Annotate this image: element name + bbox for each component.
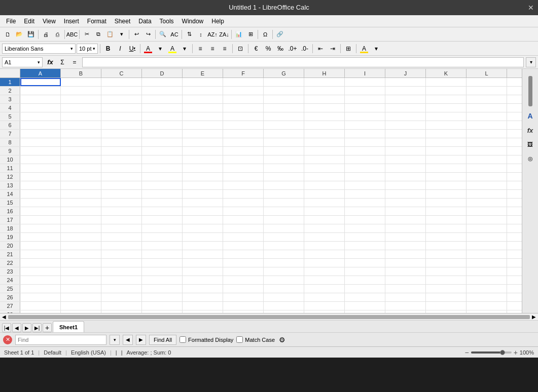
cell-K21[interactable]: [426, 250, 467, 258]
indent-increase[interactable]: ⇥: [327, 43, 338, 54]
cell-J6[interactable]: [385, 121, 426, 129]
find-replace[interactable]: 🔍: [157, 29, 168, 40]
cell-L19[interactable]: [467, 233, 507, 241]
cell-H5[interactable]: [304, 112, 345, 121]
cell-D10[interactable]: [142, 155, 183, 164]
col-header-F[interactable]: F: [223, 69, 264, 77]
cell-A24[interactable]: [20, 276, 61, 284]
cell-F7[interactable]: [223, 130, 264, 138]
cell-K26[interactable]: [426, 293, 467, 301]
row-num-12[interactable]: 12: [0, 173, 20, 181]
cell-C28[interactable]: [101, 310, 142, 313]
row-num-24[interactable]: 24: [0, 276, 20, 284]
cell-E20[interactable]: [183, 242, 223, 250]
cell-D2[interactable]: [142, 87, 183, 95]
cell-F27[interactable]: [223, 302, 264, 310]
cell-I23[interactable]: [345, 267, 385, 276]
find-dropdown-button[interactable]: ▾: [110, 335, 120, 345]
row-num-22[interactable]: 22: [0, 259, 20, 267]
cell-H14[interactable]: [304, 190, 345, 198]
cell-L20[interactable]: [467, 242, 507, 250]
cell-J15[interactable]: [385, 199, 426, 207]
cell-E13[interactable]: [183, 181, 223, 189]
cell-D14[interactable]: [142, 190, 183, 198]
cell-E22[interactable]: [183, 259, 223, 267]
cell-D3[interactable]: [142, 95, 183, 103]
cell-C6[interactable]: [101, 121, 142, 129]
row-num-11[interactable]: 11: [0, 164, 20, 172]
cell-K17[interactable]: [426, 216, 467, 224]
menu-window[interactable]: Window: [178, 17, 208, 26]
find-close-button[interactable]: ✕: [3, 335, 12, 344]
cell-H28[interactable]: [304, 310, 345, 313]
cell-G22[interactable]: [264, 259, 304, 267]
cell-A1[interactable]: [20, 78, 61, 86]
cell-J11[interactable]: [385, 164, 426, 172]
cell-K3[interactable]: [426, 95, 467, 103]
cell-ref-dropdown[interactable]: ▾: [38, 60, 40, 65]
menu-format[interactable]: Format: [83, 17, 111, 26]
cell-J16[interactable]: [385, 207, 426, 215]
cell-F1[interactable]: [223, 78, 264, 86]
cell-J18[interactable]: [385, 224, 426, 232]
cell-H8[interactable]: [304, 138, 345, 146]
cell-G9[interactable]: [264, 147, 304, 155]
cell-I27[interactable]: [345, 302, 385, 310]
cell-E28[interactable]: [183, 310, 223, 313]
col-header-C[interactable]: C: [101, 69, 142, 77]
cell-I12[interactable]: [345, 173, 385, 181]
cell-A20[interactable]: [20, 242, 61, 250]
zoom-slider-thumb[interactable]: [500, 350, 505, 355]
cell-J8[interactable]: [385, 138, 426, 146]
cell-L21[interactable]: [467, 250, 507, 258]
row-num-3[interactable]: 3: [0, 95, 20, 103]
cell-B11[interactable]: [61, 164, 101, 172]
cell-K22[interactable]: [426, 259, 467, 267]
cell-A4[interactable]: [20, 104, 61, 112]
cell-F26[interactable]: [223, 293, 264, 301]
redo-button[interactable]: ↪: [142, 29, 154, 40]
sidebar-collapse-button[interactable]: [528, 76, 532, 106]
autocorrect[interactable]: AC: [169, 29, 180, 40]
row-num-26[interactable]: 26: [0, 293, 20, 301]
cell-K16[interactable]: [426, 207, 467, 215]
cell-I1[interactable]: [345, 78, 385, 86]
find-next-button[interactable]: ▶: [136, 335, 146, 345]
cell-B13[interactable]: [61, 181, 101, 189]
cell-I22[interactable]: [345, 259, 385, 267]
cell-E2[interactable]: [183, 87, 223, 95]
cell-F2[interactable]: [223, 87, 264, 95]
cell-C3[interactable]: [101, 95, 142, 103]
zoom-in-button[interactable]: +: [514, 348, 518, 357]
cell-D28[interactable]: [142, 310, 183, 313]
cell-C13[interactable]: [101, 181, 142, 189]
cell-J2[interactable]: [385, 87, 426, 95]
cut-button[interactable]: ✂: [81, 29, 92, 40]
cell-C9[interactable]: [101, 147, 142, 155]
decimal-increase[interactable]: .0+: [287, 43, 298, 54]
cell-C27[interactable]: [101, 302, 142, 310]
cell-A26[interactable]: [20, 293, 61, 301]
cell-J22[interactable]: [385, 259, 426, 267]
insert-special-char[interactable]: Ω: [260, 29, 271, 40]
cell-H4[interactable]: [304, 104, 345, 112]
cell-K14[interactable]: [426, 190, 467, 198]
cell-E10[interactable]: [183, 155, 223, 164]
cell-J5[interactable]: [385, 112, 426, 121]
cell-B24[interactable]: [61, 276, 101, 284]
cell-E17[interactable]: [183, 216, 223, 224]
col-header-I[interactable]: I: [345, 69, 385, 77]
cell-I10[interactable]: [345, 155, 385, 164]
cell-G17[interactable]: [264, 216, 304, 224]
cell-B17[interactable]: [61, 216, 101, 224]
cell-I3[interactable]: [345, 95, 385, 103]
cell-D11[interactable]: [142, 164, 183, 172]
cell-D26[interactable]: [142, 293, 183, 301]
close-button[interactable]: ✕: [528, 3, 534, 13]
cell-C12[interactable]: [101, 173, 142, 181]
cell-D24[interactable]: [142, 276, 183, 284]
cell-E18[interactable]: [183, 224, 223, 232]
cell-G16[interactable]: [264, 207, 304, 215]
sidebar-gallery-button[interactable]: 🖼: [524, 138, 537, 151]
cell-D23[interactable]: [142, 267, 183, 276]
